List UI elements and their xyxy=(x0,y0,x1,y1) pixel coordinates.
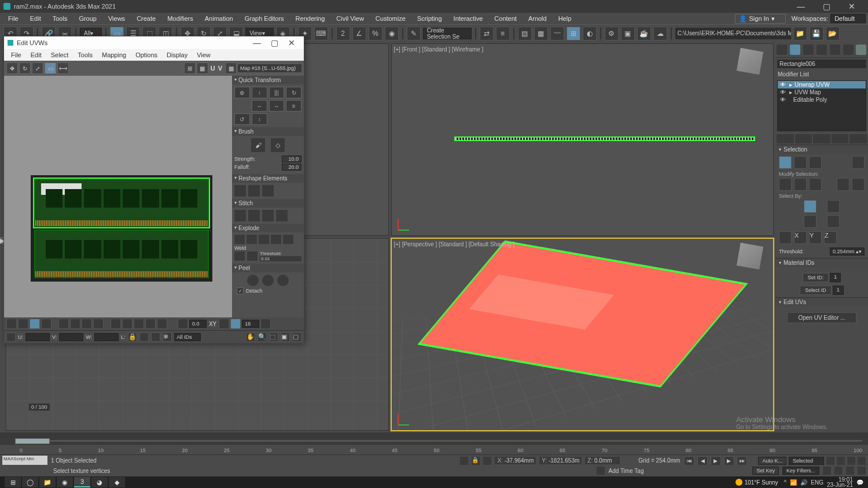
map-id-icon[interactable] xyxy=(827,215,840,228)
auto-key-button[interactable]: Auto K... xyxy=(758,457,786,465)
rollout-material-ids[interactable]: Material IDs xyxy=(775,258,868,267)
time-tag-icon[interactable] xyxy=(597,467,605,475)
menu-animation[interactable]: Animation xyxy=(199,14,239,23)
uvw-close-button[interactable]: ✕ xyxy=(283,38,300,47)
render-production-icon[interactable]: ☕ xyxy=(637,27,651,40)
tray-caret-icon[interactable]: ^ xyxy=(784,479,787,486)
uvw-maximize-button[interactable]: ▢ xyxy=(266,38,283,47)
stitch1-icon[interactable] xyxy=(234,210,246,221)
planar-angle-icon[interactable] xyxy=(804,200,816,213)
maximize-button[interactable]: ▢ xyxy=(814,0,839,13)
viewport-label[interactable]: [+] [Perspective ] [Standard ] [Default … xyxy=(394,241,515,247)
edit-named-sel-icon[interactable]: ✎ xyxy=(407,27,421,40)
nav2-icon4[interactable] xyxy=(858,467,866,475)
time-slider[interactable] xyxy=(0,438,868,444)
curve-editor-icon[interactable]: 〰 xyxy=(550,27,564,40)
menu-edit[interactable]: Edit xyxy=(24,14,47,23)
align-v-icon[interactable]: ↕ xyxy=(252,87,267,98)
uvw-sub5-icon[interactable] xyxy=(70,319,80,329)
system-tray[interactable]: ^ 📶 🔊 ENG 19:0123-Jun-21 💬 xyxy=(784,477,863,487)
nav-icon2[interactable] xyxy=(837,457,845,465)
align-lines-icon[interactable]: ||| xyxy=(269,87,285,98)
show-end-result-icon[interactable] xyxy=(795,134,812,143)
modify-tab-icon[interactable] xyxy=(790,45,800,55)
workspace-selector[interactable]: Default xyxy=(830,14,866,23)
time-ruler[interactable]: 0510152025303540455055606570758085909510… xyxy=(0,444,868,454)
edge-subobj-icon[interactable] xyxy=(794,156,807,169)
lock-icon[interactable]: 🔒 xyxy=(128,332,137,342)
uvw-grid-spinner[interactable]: 16 xyxy=(242,320,259,328)
tray-volume-icon[interactable]: 🔊 xyxy=(800,479,807,486)
quick-peel-icon[interactable] xyxy=(247,275,259,286)
rollout-edit-uvs[interactable]: Edit UVs xyxy=(775,298,868,306)
uvw-options1-icon[interactable]: ⊞ xyxy=(184,62,196,74)
weld2-icon[interactable] xyxy=(247,252,258,261)
menu-tools[interactable]: Tools xyxy=(47,14,73,23)
minimize-button[interactable]: — xyxy=(788,0,814,13)
set-key-button[interactable]: Set Key xyxy=(752,467,779,475)
uvw-paint-icon[interactable] xyxy=(157,319,167,329)
nav-icon1[interactable] xyxy=(826,457,834,465)
play-icon[interactable]: ▶ xyxy=(711,456,721,465)
layer-explorer-icon[interactable]: ▤ xyxy=(518,27,532,40)
color-swatch-icon[interactable] xyxy=(856,45,866,55)
menu-arnold[interactable]: Arnold xyxy=(523,14,553,23)
z-axis-icon[interactable]: Z xyxy=(824,231,837,244)
uvw-linear-icon[interactable] xyxy=(134,319,144,329)
uvw-falloff-icon[interactable] xyxy=(122,319,133,329)
menu-customize[interactable]: Customize xyxy=(370,14,411,23)
rollout-reshape[interactable]: Reshape Elements xyxy=(232,174,304,183)
uvw-u-field[interactable] xyxy=(25,333,50,341)
lock-selection-icon[interactable]: 🔒 xyxy=(472,457,480,465)
select-id-button[interactable]: Select ID xyxy=(800,286,832,295)
peel-mode-icon[interactable] xyxy=(262,275,274,286)
task-edge-icon[interactable]: ◯ xyxy=(22,477,38,487)
uvw-menu-mapping[interactable]: Mapping xyxy=(97,50,131,60)
viewcube-icon[interactable] xyxy=(737,48,763,75)
rollout-explode[interactable]: Explode xyxy=(232,224,304,232)
align-icon[interactable]: ≡ xyxy=(496,27,510,40)
uvw-rotate-icon[interactable]: ↻ xyxy=(19,62,31,74)
key-filters-button[interactable]: Key Filters... xyxy=(782,467,819,475)
render-online-icon[interactable]: ☁ xyxy=(653,27,667,40)
menu-graph-editors[interactable]: Graph Editors xyxy=(239,14,290,23)
select-id-spinner[interactable]: 1 xyxy=(833,286,844,295)
nav-icon3[interactable] xyxy=(847,457,855,465)
z-coord[interactable]: Z: 0.0mm xyxy=(585,457,620,464)
viewport-label[interactable]: [+] [Front ] [Standard ] [Wireframe ] xyxy=(394,46,484,53)
uvw-mirror-icon[interactable]: ⟷ xyxy=(57,62,69,74)
menu-group[interactable]: Group xyxy=(73,14,102,23)
uvw-minimize-button[interactable]: — xyxy=(248,38,266,47)
uvw-abs-coord-icon[interactable] xyxy=(6,332,16,342)
menu-create[interactable]: Create xyxy=(131,14,161,23)
flip-h-icon[interactable]: ↔ xyxy=(252,100,267,112)
viewcube-icon[interactable] xyxy=(737,243,763,269)
spinner-snap-icon[interactable]: ◉ xyxy=(385,27,399,40)
rollout-peel[interactable]: Peel xyxy=(232,264,304,272)
start-button[interactable]: ⊞ xyxy=(5,477,21,487)
exp2-icon[interactable] xyxy=(247,235,257,244)
vertex-subobj-icon[interactable] xyxy=(779,156,792,169)
relax-icon[interactable] xyxy=(248,185,260,197)
task-chrome-icon[interactable]: ◉ xyxy=(57,477,73,487)
uvw-sub4-icon[interactable] xyxy=(58,319,69,329)
key-target-selector[interactable]: Selected xyxy=(789,457,824,465)
falloff-spinner[interactable]: 20.0 xyxy=(282,164,301,171)
uvw-title-bar[interactable]: Edit UVWs —▢✕ xyxy=(4,36,304,49)
uvw-menu-file[interactable]: File xyxy=(6,50,26,60)
material-editor-icon[interactable]: ◐ xyxy=(583,27,597,40)
align-h-icon[interactable]: ↔ xyxy=(269,100,285,112)
rollout-quick-transform[interactable]: Quick Transform xyxy=(232,76,304,84)
mirror-icon[interactable]: ⇄ xyxy=(480,27,494,40)
uvw-menu-tools[interactable]: Tools xyxy=(73,50,97,60)
select-by-element-icon[interactable] xyxy=(852,156,865,169)
uvw-menu-options[interactable]: Options xyxy=(131,50,162,60)
uvw-soft-sel-icon[interactable] xyxy=(111,319,121,329)
add-time-tag[interactable]: Add Time Tag xyxy=(608,468,643,474)
tray-lang[interactable]: ENG xyxy=(811,479,823,486)
taskbar-weather[interactable]: 101°F Sunny xyxy=(735,479,778,486)
project-path[interactable]: C:\Users\ERIK-HOME-PC\Documents\3ds Max … xyxy=(675,28,791,39)
weld1-icon[interactable] xyxy=(234,252,245,261)
flip-v-icon[interactable]: ↕ xyxy=(252,113,267,125)
strength-spinner[interactable]: 10.0 xyxy=(282,156,301,162)
